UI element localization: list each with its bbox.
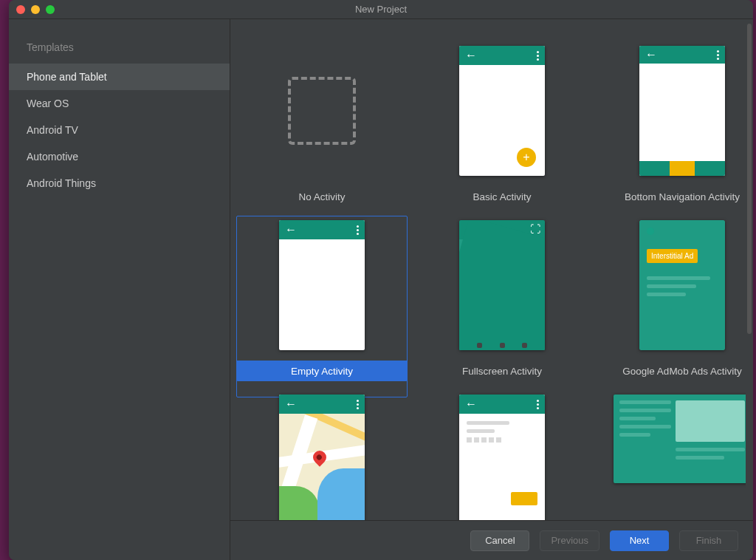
window-title: New Project [9, 4, 753, 15]
button-label: Finish [696, 535, 722, 546]
sidebar-item-label: Phone and Tablet [27, 71, 107, 83]
fab-icon: + [517, 148, 536, 167]
sidebar-item-android-things[interactable]: Android Things [9, 170, 230, 197]
fullscreen-body [459, 239, 545, 350]
back-arrow-icon: ← [645, 49, 657, 61]
detail-pane-icon [676, 400, 745, 464]
template-label: No Activity [298, 191, 345, 202]
appbar-icon: ← [639, 46, 725, 64]
sidebar-item-android-tv[interactable]: Android TV [9, 117, 230, 143]
sidebar-item-label: Android TV [27, 124, 78, 136]
nav-buttons-icon [459, 340, 545, 350]
appbar-icon: ← [279, 395, 365, 414]
previous-button[interactable]: Previous [540, 530, 599, 551]
template-grid-area: No Activity ← + Basic Activity [230, 19, 753, 560]
title-bar: New Project [9, 0, 753, 19]
vertical-scrollbar[interactable] [747, 24, 752, 334]
template-thumbnail: ← [459, 395, 545, 520]
template-label: Fullscreen Activity [462, 366, 542, 377]
template-admob-activity[interactable]: Interstitial Ad Google AdMob Ads Activit… [597, 220, 746, 381]
template-grid: No Activity ← + Basic Activity [230, 19, 746, 520]
template-label: Empty Activity [291, 366, 353, 377]
primary-button-icon [511, 492, 537, 505]
template-thumbnail: ← [639, 46, 725, 176]
overflow-menu-icon [537, 51, 539, 61]
template-no-activity[interactable]: No Activity [236, 46, 408, 207]
form-preview [459, 414, 545, 520]
zoom-window-button[interactable] [46, 5, 55, 14]
ad-circle-icon [647, 228, 654, 235]
template-maps-activity[interactable]: ← [236, 395, 408, 520]
list-pane-icon [619, 400, 671, 441]
template-bottom-navigation-activity[interactable]: ← Bottom Navigation Activity [597, 46, 746, 207]
ad-lines-icon [647, 276, 718, 296]
cancel-button[interactable]: Cancel [470, 530, 529, 551]
next-button[interactable]: Next [610, 530, 669, 551]
overflow-menu-icon [717, 50, 719, 60]
sidebar-item-phone-and-tablet[interactable]: Phone and Tablet [9, 64, 230, 90]
button-label: Next [630, 535, 650, 546]
appbar-icon: ← [459, 395, 545, 414]
template-master-detail[interactable] [597, 395, 746, 520]
interstitial-ad-badge: Interstitial Ad [647, 249, 698, 263]
dialog-body: Templates Phone and Tablet Wear OS Andro… [9, 19, 753, 560]
back-arrow-icon: ← [465, 398, 477, 410]
overflow-menu-icon [357, 225, 359, 235]
new-project-window: New Project Templates Phone and Tablet W… [9, 0, 753, 560]
back-arrow-icon: ← [285, 398, 297, 410]
back-arrow-icon: ← [285, 224, 297, 236]
minimize-window-button[interactable] [31, 5, 40, 14]
back-arrow-icon: ← [465, 49, 477, 61]
sidebar-item-label: Wear OS [27, 98, 69, 109]
map-preview [279, 414, 365, 520]
template-thumbnail: Interstitial Ad [639, 220, 725, 350]
overflow-menu-icon [357, 400, 359, 409]
appbar-icon: ← [459, 46, 545, 65]
sidebar-heading: Templates [9, 34, 230, 64]
bottom-nav-icon [639, 161, 725, 176]
template-basic-activity[interactable]: ← + Basic Activity [416, 46, 588, 207]
template-thumbnail [279, 46, 365, 176]
appbar-icon: ← [279, 220, 365, 239]
template-login-activity[interactable]: ← [416, 395, 588, 520]
star-row-icon [467, 437, 537, 443]
close-window-button[interactable] [16, 5, 25, 14]
template-label: Google AdMob Ads Activity [622, 366, 741, 377]
template-label: Basic Activity [473, 191, 532, 202]
template-thumbnail: ← + [459, 46, 545, 176]
admob-body: Interstitial Ad [639, 220, 725, 350]
templates-sidebar: Templates Phone and Tablet Wear OS Andro… [9, 19, 230, 560]
template-empty-activity[interactable]: ← Empty Activity [236, 220, 408, 381]
sidebar-item-label: Android Things [27, 177, 96, 189]
overflow-menu-icon [537, 400, 539, 409]
window-controls [16, 5, 55, 14]
template-fullscreen-activity[interactable]: ← ⛶ Fullscreen Activity [416, 220, 588, 381]
template-thumbnail [614, 395, 746, 483]
template-grid-scroll[interactable]: No Activity ← + Basic Activity [230, 19, 746, 520]
button-label: Previous [551, 535, 588, 546]
sidebar-item-automotive[interactable]: Automotive [9, 143, 230, 170]
template-label: Bottom Navigation Activity [625, 191, 740, 202]
finish-button[interactable]: Finish [679, 530, 738, 551]
dashed-placeholder-icon [288, 77, 356, 145]
template-thumbnail: ← [279, 395, 365, 520]
fullscreen-icon: ⛶ [530, 223, 540, 235]
sidebar-item-label: Automotive [27, 151, 78, 163]
sidebar-item-wear-os[interactable]: Wear OS [9, 90, 230, 117]
button-label: Cancel [485, 535, 515, 546]
template-thumbnail: ← [279, 220, 365, 350]
wizard-footer: Cancel Previous Next Finish [230, 520, 753, 560]
template-thumbnail: ← ⛶ [459, 220, 545, 350]
